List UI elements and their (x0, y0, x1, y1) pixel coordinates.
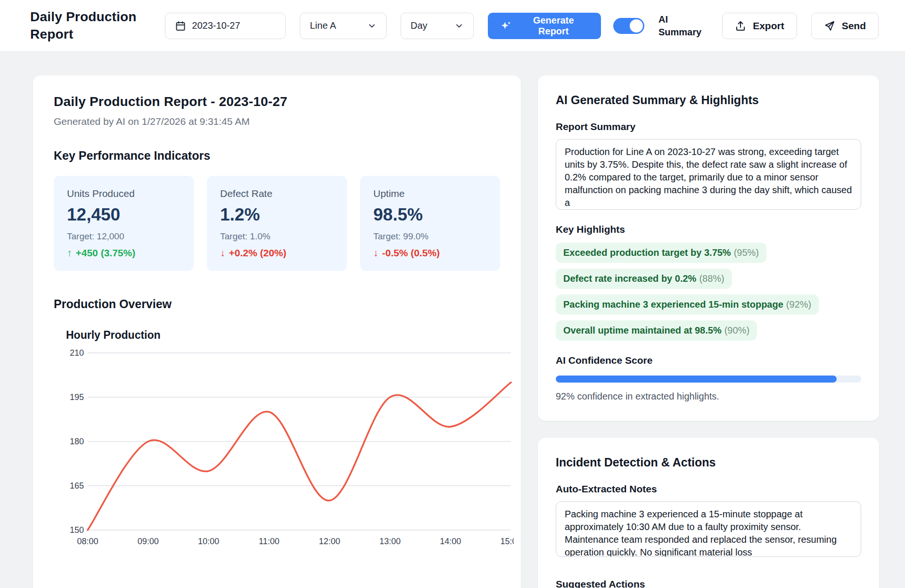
confidence-note: 92% confidence in extracted highlights. (556, 391, 861, 402)
y-tick-label: 180 (70, 437, 84, 446)
kpi-target: Target: 12,000 (67, 231, 181, 242)
generate-report-button[interactable]: Generate Report (488, 13, 601, 39)
top-toolbar: Daily Production Report 2023-10-27 Line … (0, 0, 905, 52)
ai-summary-card: AI Generated Summary & Highlights Report… (538, 75, 879, 421)
trend-down-icon: ↓ (220, 247, 225, 259)
confidence-progress-fill (556, 376, 837, 383)
period-select[interactable]: Day (401, 13, 474, 39)
chart-title: Hourly Production (66, 329, 500, 342)
x-tick-label: 15:00 (500, 537, 514, 546)
y-tick-label: 195 (70, 392, 84, 402)
kpi-target: Target: 1.0% (220, 231, 334, 242)
x-tick-label: 08:00 (77, 537, 98, 546)
line-select[interactable]: Line A (300, 13, 387, 39)
highlight-text: Overall uptime maintained at 98.5% (563, 325, 722, 335)
x-tick-label: 13:00 (379, 537, 401, 546)
kpi-row: Units Produced 12,450 Target: 12,000 ↑ +… (54, 176, 500, 271)
send-button[interactable]: Send (811, 13, 879, 39)
highlight-confidence: (88%) (699, 273, 724, 284)
date-picker-input[interactable]: 2023-10-27 (165, 13, 286, 39)
ai-summary-card-title: AI Generated Summary & Highlights (556, 93, 861, 107)
highlight-pill: Overall uptime maintained at 98.5%(90%) (556, 320, 757, 341)
kpi-delta: ↑ +450 (3.75%) (67, 247, 181, 259)
export-icon (735, 20, 746, 32)
kpi-value: 12,450 (67, 205, 181, 225)
kpi-delta-value: +450 (3.75%) (76, 247, 136, 259)
auto-extracted-notes-textarea[interactable]: Packing machine 3 experienced a 15-minut… (556, 501, 861, 557)
line-chart-svg: 15016518019521008:0009:0010:0011:0012:00… (66, 346, 514, 550)
kpi-delta-value: +0.2% (20%) (229, 247, 287, 259)
app-title: Daily Production Report (30, 8, 151, 43)
date-value: 2023-10-27 (192, 20, 240, 31)
x-tick-label: 10:00 (198, 537, 219, 546)
report-summary-textarea[interactable]: Production for Line A on 2023-10-27 was … (556, 139, 861, 210)
next-section-label: Suggested Actions (556, 579, 861, 588)
highlight-confidence: (95%) (734, 247, 759, 258)
kpi-target: Target: 99.0% (373, 231, 487, 242)
export-label: Export (753, 20, 784, 32)
send-icon (824, 20, 835, 32)
ai-confidence-label: AI Confidence Score (556, 355, 861, 366)
calendar-icon (175, 20, 186, 32)
highlight-confidence: (92%) (786, 299, 811, 310)
highlight-text: Exceeded production target by 3.75% (563, 247, 731, 258)
highlight-pill: Defect rate increased by 0.2%(88%) (556, 269, 732, 289)
kpi-card-defect-rate: Defect Rate 1.2% Target: 1.0% ↓ +0.2% (2… (207, 176, 347, 271)
highlight-text: Packing machine 3 experienced 15-min sto… (563, 299, 783, 310)
kpi-value: 1.2% (220, 205, 334, 225)
hourly-production-chart: Hourly Production 15016518019521008:0009… (54, 329, 500, 550)
kpi-label: Defect Rate (220, 188, 334, 199)
production-line-series (88, 383, 511, 530)
export-button[interactable]: Export (722, 13, 797, 39)
chevron-down-icon (367, 21, 377, 31)
kpi-label: Uptime (373, 188, 487, 199)
kpi-delta: ↓ -0.5% (0.5%) (373, 247, 487, 259)
incident-card-title: Incident Detection & Actions (556, 456, 861, 469)
highlight-confidence: (90%) (724, 325, 749, 335)
key-highlights-label: Key Highlights (556, 224, 861, 235)
kpi-card-uptime: Uptime 98.5% Target: 99.0% ↓ -0.5% (0.5%… (360, 176, 500, 271)
report-generated-note: Generated by AI on 1/27/2026 at 9:31:45 … (54, 116, 500, 127)
x-tick-label: 14:00 (440, 537, 461, 546)
y-tick-label: 165 (70, 481, 84, 490)
confidence-progress-bar (556, 376, 861, 383)
kpi-label: Units Produced (67, 188, 181, 199)
y-tick-label: 210 (70, 348, 84, 358)
incident-card: Incident Detection & Actions Auto-Extrac… (538, 438, 879, 588)
chevron-down-icon (454, 21, 464, 31)
kpi-card-units-produced: Units Produced 12,450 Target: 12,000 ↑ +… (54, 176, 194, 271)
x-tick-label: 12:00 (319, 537, 340, 546)
side-column: AI Generated Summary & Highlights Report… (538, 75, 879, 588)
send-label: Send (842, 20, 866, 32)
report-summary-label: Report Summary (556, 121, 861, 132)
ai-summary-toggle[interactable] (613, 18, 644, 34)
sparkles-icon (500, 20, 512, 32)
x-tick-label: 11:00 (259, 537, 280, 546)
period-select-value: Day (411, 20, 428, 31)
highlight-text: Defect rate increased by 0.2% (563, 273, 696, 284)
toggle-knob (630, 19, 643, 33)
kpi-delta: ↓ +0.2% (20%) (220, 247, 334, 259)
kpi-delta-value: -0.5% (0.5%) (382, 247, 440, 259)
ai-summary-toggle-label: AI Summary (658, 13, 708, 39)
trend-up-icon: ↑ (67, 247, 72, 259)
highlight-list: Exceeded production target by 3.75%(95%)… (556, 243, 861, 341)
page-content: Daily Production Report - 2023-10-27 Gen… (0, 52, 905, 588)
highlight-pill: Packing machine 3 experienced 15-min sto… (556, 294, 819, 315)
auto-extracted-notes-label: Auto-Extracted Notes (556, 483, 861, 495)
trend-down-icon: ↓ (373, 247, 378, 259)
generate-report-label: Generate Report (518, 15, 589, 37)
report-title: Daily Production Report - 2023-10-27 (54, 94, 500, 109)
line-select-value: Line A (310, 20, 336, 31)
kpi-value: 98.5% (373, 205, 487, 225)
report-card: Daily Production Report - 2023-10-27 Gen… (33, 75, 521, 588)
y-tick-label: 150 (70, 525, 84, 535)
highlight-pill: Exceeded production target by 3.75%(95%) (556, 243, 766, 263)
kpi-section-title: Key Performance Indicators (54, 149, 500, 163)
x-tick-label: 09:00 (138, 537, 159, 546)
production-overview-title: Production Overview (54, 297, 500, 311)
